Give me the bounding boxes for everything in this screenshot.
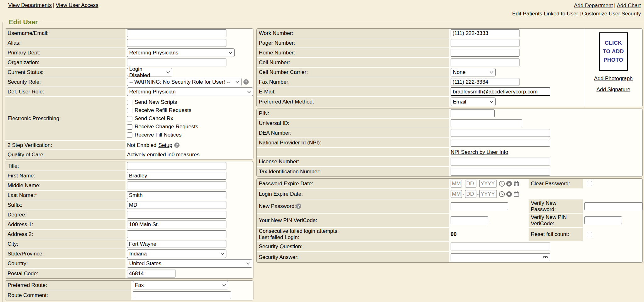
cell-number-input[interactable] xyxy=(451,59,519,66)
first-name-input[interactable] xyxy=(127,172,226,180)
npi-label: National Provider Id (NPI): xyxy=(257,138,449,147)
two-step-setup-link[interactable]: Setup xyxy=(158,142,172,148)
clock-icon[interactable] xyxy=(499,191,505,197)
universal-id-input[interactable] xyxy=(451,119,522,127)
license-number-input[interactable] xyxy=(451,158,550,165)
organization-input[interactable] xyxy=(127,59,226,66)
current-status-select[interactable]: Login Disabled xyxy=(127,68,172,76)
password-expire-yyyy-input[interactable] xyxy=(479,180,497,187)
chevron-down-icon xyxy=(490,71,493,74)
title-input[interactable] xyxy=(127,162,226,170)
two-step-help-icon[interactable]: ? xyxy=(174,143,180,148)
city-input[interactable] xyxy=(127,240,226,248)
email-input[interactable] xyxy=(451,87,550,96)
npi-input[interactable] xyxy=(451,139,550,147)
add-photograph-link[interactable]: Add Photograph xyxy=(594,76,633,82)
photo-panel: CLICK TO ADD PHOTO Add Photograph Add Si… xyxy=(584,29,642,107)
pin-vericode-input[interactable] xyxy=(451,216,488,224)
quality-of-care-status: Actively enrolled in0 measures xyxy=(127,152,200,158)
security-answer-label: Security Answer: xyxy=(257,252,449,262)
failed-attempts-row: Consecutive failed login attempts: Last … xyxy=(257,228,642,242)
address1-input[interactable] xyxy=(127,221,226,228)
password-expire-mm-input[interactable] xyxy=(451,180,462,187)
show-password-eye-icon[interactable] xyxy=(543,255,548,259)
view-departments-link[interactable]: View Departments xyxy=(8,2,52,8)
preferred-route-select[interactable]: Fax xyxy=(133,281,228,289)
login-expire-dd-input[interactable] xyxy=(465,190,476,198)
dea-number-input[interactable] xyxy=(451,129,550,137)
alias-row: Alias: xyxy=(5,38,253,48)
edit-patients-linked-link[interactable]: Edit Patients Linked to User xyxy=(512,11,578,17)
password-expire-label: Password Expire Date: xyxy=(257,179,449,188)
security-question-input[interactable] xyxy=(451,243,550,250)
preferred-alert-row: Preferred Alert Method: Email xyxy=(257,97,584,107)
calendar-icon[interactable] xyxy=(513,191,519,197)
receive-fill-notices-checkbox[interactable] xyxy=(127,132,132,138)
chevron-down-icon xyxy=(222,284,226,287)
postal-code-input[interactable] xyxy=(127,270,175,277)
route-comment-input[interactable] xyxy=(133,291,231,299)
verify-new-password-label-text: Verify New Password: xyxy=(531,200,583,213)
contact-group: Work Number: Pager Number: Home Number: … xyxy=(256,28,643,107)
clear-date-icon[interactable] xyxy=(506,191,512,197)
def-user-role-select[interactable]: Referring Physician xyxy=(127,87,253,96)
degree-row: Degree: xyxy=(5,210,253,220)
clear-date-icon[interactable] xyxy=(506,181,512,187)
preferred-alert-select[interactable]: Email xyxy=(451,98,496,106)
security-role-help-icon[interactable]: ? xyxy=(243,79,249,85)
receive-refill-requests-checkbox[interactable] xyxy=(127,108,132,113)
degree-input[interactable] xyxy=(127,211,226,219)
work-number-input[interactable] xyxy=(451,29,519,37)
name-address-group: Title: First Name: Middle Name: Last Nam… xyxy=(5,161,253,279)
username-input[interactable] xyxy=(127,29,226,37)
new-password-input[interactable] xyxy=(451,202,508,210)
add-signature-link[interactable]: Add Signature xyxy=(597,87,630,93)
login-expire-yyyy-input[interactable] xyxy=(479,190,497,198)
suffix-input[interactable] xyxy=(127,201,226,209)
security-role-select[interactable]: -- WARNING: No Security Role for User! -… xyxy=(127,78,242,86)
state-select[interactable]: Indiana xyxy=(127,249,226,258)
verify-new-password-input[interactable] xyxy=(584,202,642,210)
cell-carrier-select[interactable]: None xyxy=(451,68,496,76)
quality-of-care-link[interactable]: Quality of Care: xyxy=(8,152,45,158)
last-name-input[interactable] xyxy=(127,191,226,199)
verify-pin-vericode-input[interactable] xyxy=(584,216,622,224)
customize-user-security-link[interactable]: Customize User Security xyxy=(582,11,641,17)
reset-fail-count-checkbox[interactable] xyxy=(587,232,592,237)
view-user-access-link[interactable]: View User Access xyxy=(56,2,98,8)
clear-password-checkbox[interactable] xyxy=(587,181,592,186)
pager-number-input[interactable] xyxy=(451,39,519,47)
add-department-link[interactable]: Add Department xyxy=(574,3,613,8)
password-expire-dd-input[interactable] xyxy=(465,180,476,187)
fax-number-input[interactable] xyxy=(451,78,519,86)
send-cancel-rx-checkbox[interactable] xyxy=(127,116,132,121)
add-chart-link[interactable]: Add Chart xyxy=(617,3,641,8)
login-expire-mm-input[interactable] xyxy=(451,190,462,198)
send-new-scripts-label: Send New Scripts xyxy=(135,99,177,105)
new-password-help-icon[interactable]: ? xyxy=(296,204,301,209)
cell-carrier-value: None xyxy=(453,69,466,76)
security-answer-input[interactable] xyxy=(451,253,550,261)
home-number-input[interactable] xyxy=(451,49,519,57)
alias-input[interactable] xyxy=(127,39,226,47)
send-new-scripts-checkbox[interactable] xyxy=(127,100,132,105)
date-dash: - xyxy=(462,191,465,197)
top-nav-left: View Departments|View User Access xyxy=(8,2,98,8)
add-photo-box[interactable]: CLICK TO ADD PHOTO xyxy=(599,32,628,71)
receive-change-requests-checkbox[interactable] xyxy=(127,124,132,130)
chevron-down-icon xyxy=(246,262,250,265)
def-user-role-value: Referring Physician xyxy=(129,89,175,95)
tax-id-input[interactable] xyxy=(451,168,550,176)
npi-search-link[interactable]: NPI Search by User Info xyxy=(451,149,508,155)
pin-input[interactable] xyxy=(451,109,495,117)
primary-dept-select[interactable]: Referring Physicians xyxy=(127,48,235,57)
middle-name-input[interactable] xyxy=(127,182,226,189)
separator: | xyxy=(52,2,56,8)
required-asterisk: * xyxy=(35,192,37,199)
photo-placeholder-line: TO ADD xyxy=(603,48,624,55)
email-row: E-Mail: xyxy=(257,87,584,97)
address2-input[interactable] xyxy=(127,230,226,238)
calendar-icon[interactable] xyxy=(513,181,519,187)
country-select[interactable]: United States xyxy=(127,259,252,268)
clock-icon[interactable] xyxy=(499,181,505,187)
